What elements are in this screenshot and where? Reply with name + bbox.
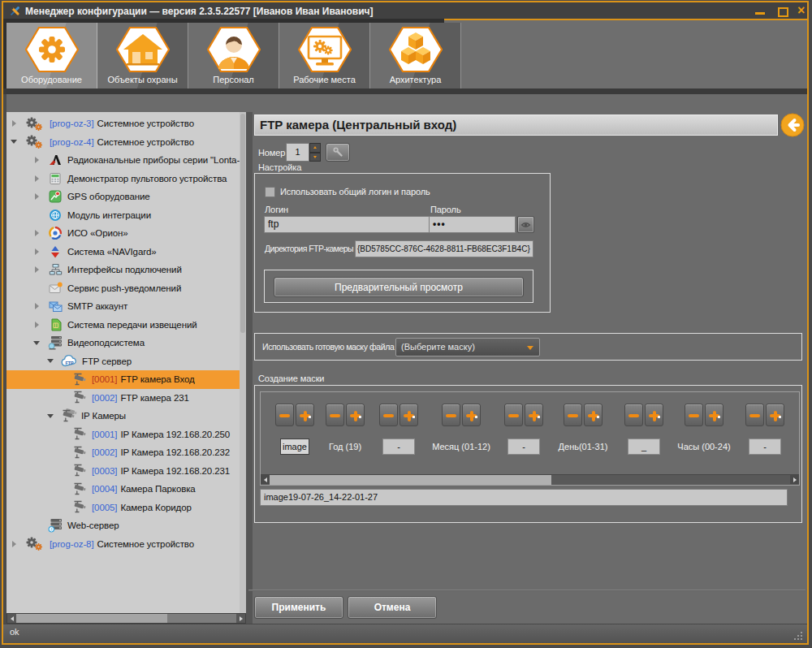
toolbar-tile-workplace-hex[interactable]: Рабочие места — [279, 23, 370, 89]
toolbar-tile-cubes-hex[interactable]: Архитектура — [370, 23, 461, 89]
tools-button[interactable] — [326, 143, 350, 162]
expand-icon[interactable] — [31, 193, 42, 200]
plus-button[interactable] — [705, 404, 723, 426]
spin-down-icon[interactable] — [309, 153, 321, 162]
tree-item-orion[interactable]: ИСО «Орион» — [6, 224, 246, 243]
tree-horizontal-scrollbar[interactable] — [6, 613, 246, 624]
number-value[interactable]: 1 — [286, 143, 309, 162]
tree-item-label: Интерфейсы подключений — [67, 265, 182, 274]
expand-icon[interactable] — [31, 322, 42, 328]
toolbar-tile-person-hex[interactable]: Персонал — [188, 23, 279, 89]
cctv-camera-icon — [71, 373, 88, 387]
tree-item-navigard[interactable]: Система «NAVIgard» — [6, 243, 246, 261]
tree-item-sim-card[interactable]: Система передачи извещений — [6, 316, 246, 335]
toolbar-tile-gear-hex[interactable]: Оборудование — [6, 23, 97, 89]
tree-item-0002-cctv-camera[interactable]: [0002]FTP камера 231 — [6, 389, 246, 408]
password-input[interactable]: ••• — [429, 216, 516, 233]
tree-item-ip-cameras[interactable]: IP Камеры — [6, 407, 246, 426]
mask-select-dropdown[interactable]: (Выберите маску) — [395, 338, 540, 356]
resize-grip[interactable] — [794, 632, 804, 642]
tree-item-globe[interactable]: Модуль интеграции — [6, 206, 246, 225]
scroll-left-icon[interactable] — [261, 475, 270, 484]
mask-result-input[interactable]: image19-07-26_14-22-01-27 — [260, 489, 788, 506]
expand-icon[interactable] — [31, 157, 42, 163]
tree-item-prog-oz-8-system-gears[interactable]: [prog-oz-8]Системное устройство — [6, 535, 246, 554]
tree-item-gps[interactable]: GPS оборудование — [6, 188, 246, 206]
tree-item-0005-cctv-camera[interactable]: [0005]Камера Коридор — [6, 499, 246, 517]
tree-item-0004-cctv-camera[interactable]: [0004]Камера Парковка — [6, 480, 246, 499]
tree-item-0003-cctv-camera[interactable]: [0003]IP Камера 192.168.20.231 — [6, 462, 246, 481]
expand-icon[interactable] — [31, 230, 42, 236]
minus-button[interactable] — [685, 404, 703, 426]
login-input[interactable]: ftp — [264, 216, 444, 233]
scroll-right-icon[interactable] — [236, 614, 245, 623]
apply-button[interactable]: Применить — [254, 596, 343, 619]
plus-button[interactable] — [766, 404, 784, 426]
plus-button[interactable] — [346, 404, 365, 426]
minus-button[interactable] — [504, 404, 523, 426]
tree-item-push-mail[interactable]: Сервис push-уведомлений — [6, 279, 246, 298]
mask-scrollbar[interactable] — [261, 474, 799, 485]
collapse-icon[interactable] — [45, 359, 56, 363]
maximize-button[interactable] — [778, 7, 788, 17]
plus-button[interactable] — [645, 404, 663, 426]
tree-item-0002-cctv-camera[interactable]: [0002]IP Камера 192.168.20.232 — [6, 443, 246, 462]
tree-item-id: [0005] — [92, 503, 117, 512]
close-button[interactable]: × — [797, 3, 805, 18]
collapse-icon[interactable] — [31, 341, 42, 345]
scroll-right-icon[interactable] — [790, 475, 799, 484]
plus-button[interactable] — [525, 404, 543, 426]
collapse-icon[interactable] — [8, 140, 19, 144]
panel-splitter[interactable] — [246, 112, 253, 624]
mask-part-field[interactable]: _ — [628, 438, 660, 455]
plus-button[interactable] — [462, 404, 481, 426]
tree-vertical-scrollbar-thumb[interactable] — [240, 114, 245, 333]
tree-item-ftp-cloud[interactable]: FTPFTP сервер — [6, 352, 246, 371]
toolbar-tile-house-hex[interactable]: Объекты охраны — [97, 23, 188, 89]
show-password-button[interactable] — [517, 216, 534, 233]
mask-part-field[interactable]: - — [749, 438, 781, 455]
tree-item-console[interactable]: Демонстратор пультового устройства — [6, 170, 246, 188]
expand-icon[interactable] — [31, 303, 42, 309]
minus-button[interactable] — [275, 404, 294, 426]
collapse-icon[interactable] — [45, 414, 56, 418]
back-button[interactable] — [780, 113, 805, 137]
tree-horizontal-scrollbar-thumb[interactable] — [16, 614, 167, 623]
tree-item-lonta-logo[interactable]: Радиоканальные приборы серии "Lonta-Opti… — [6, 151, 246, 170]
expand-icon[interactable] — [31, 248, 42, 255]
plus-button[interactable] — [400, 404, 418, 426]
tree-item-0001-cctv-camera[interactable]: [0001]IP Камера 192.168.20.250 — [6, 426, 246, 444]
preview-button[interactable]: Предварительный просмотр — [274, 277, 524, 297]
tree-item-prog-oz-3-system-gears[interactable]: [prog-oz-3]Системное устройство — [6, 114, 246, 133]
use-common-checkbox[interactable] — [265, 187, 275, 197]
mask-part-field[interactable]: - — [508, 438, 540, 455]
minimize-button[interactable] — [755, 12, 765, 15]
expand-icon[interactable] — [8, 120, 19, 127]
number-stepper[interactable]: 1 — [286, 143, 321, 162]
mask-part-field[interactable]: image — [280, 438, 309, 455]
mask-scrollbar-thumb[interactable] — [270, 475, 551, 485]
tree-item-prog-oz-4-system-gears[interactable]: [prog-oz-4]Системное устройство — [6, 133, 246, 152]
tree-item-video-server[interactable]: Видеоподсистема — [6, 334, 246, 352]
plus-button[interactable] — [296, 404, 314, 426]
spin-up-icon[interactable] — [309, 143, 321, 153]
tree-item-smtp-mail[interactable]: SMTP аккаунт — [6, 297, 246, 316]
plus-button[interactable] — [584, 404, 603, 426]
tree-item-web-server[interactable]: Web-сервер — [6, 516, 246, 535]
minus-button[interactable] — [326, 404, 344, 426]
minus-button[interactable] — [564, 404, 582, 426]
expand-icon[interactable] — [31, 266, 42, 273]
tree-item-0001-cctv-camera[interactable]: [0001]FTP камера Вход — [6, 370, 246, 389]
mask-part-field[interactable]: - — [382, 438, 415, 455]
minus-button[interactable] — [624, 404, 643, 426]
minus-button[interactable] — [745, 404, 764, 426]
minus-button[interactable] — [379, 404, 398, 426]
scroll-left-icon[interactable] — [7, 614, 16, 623]
tree-item-interfaces[interactable]: Интерфейсы подключений — [6, 261, 246, 279]
cancel-button[interactable]: Отмена — [348, 596, 437, 619]
ftp-directory-input[interactable]: {BD5785CC-876C-4628-8811-FB68EC3F1B4C} — [355, 240, 533, 257]
expand-icon[interactable] — [31, 175, 42, 182]
expand-icon[interactable] — [8, 541, 19, 547]
minus-button[interactable] — [442, 404, 460, 426]
web-server-icon — [47, 518, 63, 533]
